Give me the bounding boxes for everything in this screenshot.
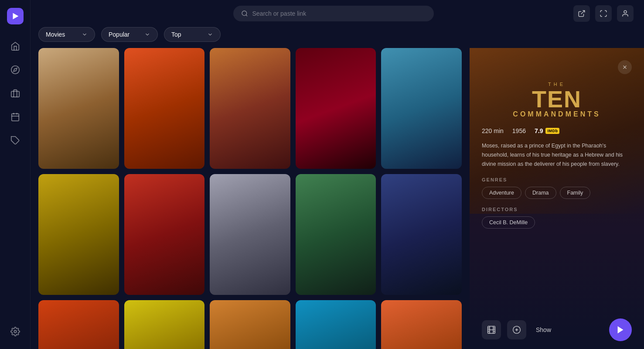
- top-filter-label: Top: [171, 31, 181, 38]
- movie-card[interactable]: [296, 174, 376, 295]
- sort-filter-label: Popular: [109, 31, 129, 38]
- movie-card[interactable]: [124, 300, 205, 349]
- type-filter-label: Movies: [46, 31, 65, 38]
- imdb-badge: 7.9 IMDb: [535, 127, 559, 134]
- movie-logo: THE TEN COMMANDMENTS: [482, 82, 632, 118]
- fullscreen-button[interactable]: [595, 5, 612, 22]
- movie-card[interactable]: [296, 300, 376, 349]
- movie-grid: [38, 48, 462, 349]
- movie-card[interactable]: [296, 48, 376, 169]
- movie-card[interactable]: [381, 300, 462, 349]
- chevron-down-icon: [207, 31, 213, 38]
- app-logo[interactable]: [7, 8, 24, 24]
- add-to-list-button[interactable]: [507, 320, 526, 339]
- sidebar-item-calendar[interactable]: [6, 107, 25, 127]
- movie-card[interactable]: [210, 300, 290, 349]
- directors-tags: Cecil B. DeMille: [482, 216, 632, 229]
- genre-tag-drama[interactable]: Drama: [525, 187, 556, 199]
- movie-year: 1956: [512, 127, 526, 134]
- movie-card[interactable]: [38, 300, 119, 349]
- genres-label: GENRES: [482, 177, 632, 182]
- svg-line-12: [581, 10, 585, 14]
- fullscreen-icon: [600, 10, 607, 17]
- svg-marker-0: [13, 13, 18, 20]
- header-actions: [573, 5, 634, 22]
- director-tag[interactable]: Cecil B. DeMille: [482, 216, 535, 229]
- movie-rating: 7.9: [535, 127, 543, 134]
- detail-content: THE TEN COMMANDMENTS 220 min 1956 7.9 IM…: [470, 48, 644, 349]
- movie-description: Moses, raised as a prince of Egypt in th…: [482, 141, 632, 168]
- svg-rect-3: [11, 91, 19, 97]
- movie-title: THE TEN COMMANDMENTS: [513, 82, 600, 118]
- sort-filter[interactable]: Popular: [101, 27, 158, 42]
- chevron-down-icon: [82, 31, 88, 38]
- meta-row: 220 min 1956 7.9 IMDb: [482, 127, 632, 134]
- search-icon: [241, 10, 248, 17]
- chevron-down-icon: [144, 31, 150, 38]
- svg-line-11: [246, 15, 247, 16]
- external-link-icon: [578, 10, 586, 17]
- movie-duration: 220 min: [482, 127, 504, 134]
- search-bar[interactable]: [233, 6, 434, 21]
- svg-marker-27: [618, 326, 624, 334]
- movie-card[interactable]: [381, 174, 462, 295]
- svg-rect-4: [11, 114, 19, 121]
- detail-top-actions: [482, 60, 632, 74]
- user-button[interactable]: [617, 5, 634, 22]
- imdb-logo: IMDb: [545, 128, 559, 134]
- plus-circle-icon: [512, 325, 521, 334]
- genre-tag-adventure[interactable]: Adventure: [482, 187, 521, 199]
- svg-point-9: [14, 330, 17, 333]
- play-button[interactable]: [609, 318, 632, 341]
- show-button[interactable]: Show: [532, 326, 603, 333]
- directors-label: DIRECTORS: [482, 207, 632, 212]
- svg-point-1: [11, 66, 19, 74]
- sidebar-item-library[interactable]: [6, 84, 25, 103]
- detail-panel: THE TEN COMMANDMENTS 220 min 1956 7.9 IM…: [470, 48, 644, 349]
- svg-point-10: [242, 11, 247, 16]
- genres-tags: Adventure Drama Family: [482, 187, 632, 199]
- genre-tag-family[interactable]: Family: [560, 187, 591, 199]
- sidebar-item-extensions[interactable]: [6, 131, 25, 150]
- sidebar-item-discover[interactable]: [6, 60, 25, 79]
- movie-card[interactable]: [38, 174, 119, 295]
- sidebar-item-home[interactable]: [6, 37, 25, 56]
- movie-title-commandments: COMMANDMENTS: [513, 111, 600, 118]
- movie-card[interactable]: [124, 174, 205, 295]
- external-link-button[interactable]: [573, 5, 590, 22]
- type-filter[interactable]: Movies: [38, 27, 95, 42]
- sidebar: [0, 0, 31, 349]
- movie-card[interactable]: [210, 48, 290, 169]
- movie-card[interactable]: [381, 48, 462, 169]
- top-filter[interactable]: Top: [164, 27, 221, 42]
- detail-footer: Show: [482, 314, 632, 341]
- film-icon: [487, 325, 496, 334]
- detail-close-button[interactable]: [618, 60, 632, 74]
- cinema-button[interactable]: [482, 320, 501, 339]
- main-content: Movies Popular Top: [31, 0, 644, 349]
- movie-card[interactable]: [210, 174, 290, 295]
- svg-point-13: [624, 10, 627, 13]
- user-icon: [621, 10, 629, 17]
- content-area: THE TEN COMMANDMENTS 220 min 1956 7.9 IM…: [31, 48, 644, 349]
- movie-card[interactable]: [38, 48, 119, 169]
- header: [31, 0, 644, 27]
- play-icon: [616, 325, 625, 335]
- movie-card[interactable]: [124, 48, 205, 169]
- filters-row: Movies Popular Top: [31, 27, 644, 48]
- search-input[interactable]: [252, 10, 426, 17]
- close-icon: [622, 64, 628, 70]
- svg-marker-2: [14, 68, 17, 72]
- sidebar-item-settings[interactable]: [6, 322, 25, 341]
- movie-grid-container[interactable]: [31, 48, 470, 349]
- movie-title-ten: TEN: [513, 87, 600, 111]
